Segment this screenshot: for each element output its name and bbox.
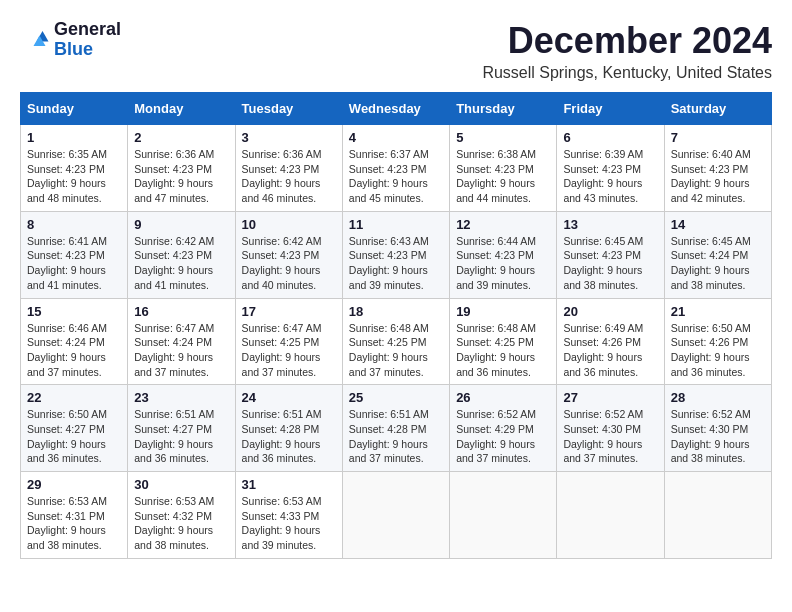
day-detail: Sunrise: 6:43 AMSunset: 4:23 PMDaylight:… — [349, 234, 443, 293]
day-number: 14 — [671, 217, 765, 232]
day-detail: Sunrise: 6:50 AMSunset: 4:27 PMDaylight:… — [27, 407, 121, 466]
header-monday: Monday — [128, 93, 235, 125]
day-detail: Sunrise: 6:50 AMSunset: 4:26 PMDaylight:… — [671, 321, 765, 380]
calendar-week-row: 1 Sunrise: 6:35 AMSunset: 4:23 PMDayligh… — [21, 125, 772, 212]
day-number: 12 — [456, 217, 550, 232]
day-detail: Sunrise: 6:52 AMSunset: 4:30 PMDaylight:… — [563, 407, 657, 466]
day-detail: Sunrise: 6:48 AMSunset: 4:25 PMDaylight:… — [349, 321, 443, 380]
calendar-cell: 29 Sunrise: 6:53 AMSunset: 4:31 PMDaylig… — [21, 472, 128, 559]
title-area: December 2024 Russell Springs, Kentucky,… — [482, 20, 772, 82]
day-detail: Sunrise: 6:53 AMSunset: 4:31 PMDaylight:… — [27, 494, 121, 553]
day-number: 21 — [671, 304, 765, 319]
day-number: 27 — [563, 390, 657, 405]
day-detail: Sunrise: 6:47 AMSunset: 4:25 PMDaylight:… — [242, 321, 336, 380]
calendar-cell — [342, 472, 449, 559]
calendar-cell: 24 Sunrise: 6:51 AMSunset: 4:28 PMDaylig… — [235, 385, 342, 472]
header-sunday: Sunday — [21, 93, 128, 125]
day-number: 28 — [671, 390, 765, 405]
day-number: 25 — [349, 390, 443, 405]
day-number: 26 — [456, 390, 550, 405]
logo-line2: Blue — [54, 40, 121, 60]
day-number: 13 — [563, 217, 657, 232]
calendar-cell: 26 Sunrise: 6:52 AMSunset: 4:29 PMDaylig… — [450, 385, 557, 472]
day-number: 23 — [134, 390, 228, 405]
calendar-cell: 30 Sunrise: 6:53 AMSunset: 4:32 PMDaylig… — [128, 472, 235, 559]
day-detail: Sunrise: 6:45 AMSunset: 4:24 PMDaylight:… — [671, 234, 765, 293]
calendar-cell: 22 Sunrise: 6:50 AMSunset: 4:27 PMDaylig… — [21, 385, 128, 472]
day-number: 9 — [134, 217, 228, 232]
day-detail: Sunrise: 6:52 AMSunset: 4:29 PMDaylight:… — [456, 407, 550, 466]
day-number: 16 — [134, 304, 228, 319]
calendar-cell: 1 Sunrise: 6:35 AMSunset: 4:23 PMDayligh… — [21, 125, 128, 212]
calendar-table: SundayMondayTuesdayWednesdayThursdayFrid… — [20, 92, 772, 559]
calendar-cell: 17 Sunrise: 6:47 AMSunset: 4:25 PMDaylig… — [235, 298, 342, 385]
day-detail: Sunrise: 6:42 AMSunset: 4:23 PMDaylight:… — [134, 234, 228, 293]
calendar-cell: 23 Sunrise: 6:51 AMSunset: 4:27 PMDaylig… — [128, 385, 235, 472]
logo-line1: General — [54, 20, 121, 40]
logo-icon — [20, 25, 50, 55]
calendar-cell: 2 Sunrise: 6:36 AMSunset: 4:23 PMDayligh… — [128, 125, 235, 212]
calendar-cell — [450, 472, 557, 559]
calendar-cell: 16 Sunrise: 6:47 AMSunset: 4:24 PMDaylig… — [128, 298, 235, 385]
day-detail: Sunrise: 6:52 AMSunset: 4:30 PMDaylight:… — [671, 407, 765, 466]
header-thursday: Thursday — [450, 93, 557, 125]
day-number: 6 — [563, 130, 657, 145]
day-number: 7 — [671, 130, 765, 145]
calendar-week-row: 8 Sunrise: 6:41 AMSunset: 4:23 PMDayligh… — [21, 211, 772, 298]
day-number: 10 — [242, 217, 336, 232]
calendar-cell: 7 Sunrise: 6:40 AMSunset: 4:23 PMDayligh… — [664, 125, 771, 212]
header: General Blue December 2024 Russell Sprin… — [20, 20, 772, 82]
calendar-cell: 5 Sunrise: 6:38 AMSunset: 4:23 PMDayligh… — [450, 125, 557, 212]
day-detail: Sunrise: 6:36 AMSunset: 4:23 PMDaylight:… — [242, 147, 336, 206]
calendar-cell: 8 Sunrise: 6:41 AMSunset: 4:23 PMDayligh… — [21, 211, 128, 298]
day-number: 11 — [349, 217, 443, 232]
calendar-header-row: SundayMondayTuesdayWednesdayThursdayFrid… — [21, 93, 772, 125]
calendar-cell: 25 Sunrise: 6:51 AMSunset: 4:28 PMDaylig… — [342, 385, 449, 472]
calendar-cell: 9 Sunrise: 6:42 AMSunset: 4:23 PMDayligh… — [128, 211, 235, 298]
day-detail: Sunrise: 6:53 AMSunset: 4:33 PMDaylight:… — [242, 494, 336, 553]
calendar-cell — [664, 472, 771, 559]
day-number: 5 — [456, 130, 550, 145]
day-detail: Sunrise: 6:39 AMSunset: 4:23 PMDaylight:… — [563, 147, 657, 206]
day-number: 20 — [563, 304, 657, 319]
day-number: 24 — [242, 390, 336, 405]
calendar-cell: 10 Sunrise: 6:42 AMSunset: 4:23 PMDaylig… — [235, 211, 342, 298]
day-number: 3 — [242, 130, 336, 145]
day-number: 2 — [134, 130, 228, 145]
header-saturday: Saturday — [664, 93, 771, 125]
calendar-cell: 20 Sunrise: 6:49 AMSunset: 4:26 PMDaylig… — [557, 298, 664, 385]
day-number: 18 — [349, 304, 443, 319]
day-detail: Sunrise: 6:51 AMSunset: 4:28 PMDaylight:… — [349, 407, 443, 466]
day-detail: Sunrise: 6:36 AMSunset: 4:23 PMDaylight:… — [134, 147, 228, 206]
day-detail: Sunrise: 6:45 AMSunset: 4:23 PMDaylight:… — [563, 234, 657, 293]
day-detail: Sunrise: 6:53 AMSunset: 4:32 PMDaylight:… — [134, 494, 228, 553]
calendar-cell: 15 Sunrise: 6:46 AMSunset: 4:24 PMDaylig… — [21, 298, 128, 385]
calendar-cell — [557, 472, 664, 559]
calendar-cell: 11 Sunrise: 6:43 AMSunset: 4:23 PMDaylig… — [342, 211, 449, 298]
calendar-week-row: 22 Sunrise: 6:50 AMSunset: 4:27 PMDaylig… — [21, 385, 772, 472]
calendar-subtitle: Russell Springs, Kentucky, United States — [482, 64, 772, 82]
day-number: 29 — [27, 477, 121, 492]
day-detail: Sunrise: 6:35 AMSunset: 4:23 PMDaylight:… — [27, 147, 121, 206]
header-friday: Friday — [557, 93, 664, 125]
calendar-cell: 27 Sunrise: 6:52 AMSunset: 4:30 PMDaylig… — [557, 385, 664, 472]
calendar-week-row: 29 Sunrise: 6:53 AMSunset: 4:31 PMDaylig… — [21, 472, 772, 559]
calendar-cell: 12 Sunrise: 6:44 AMSunset: 4:23 PMDaylig… — [450, 211, 557, 298]
calendar-cell: 19 Sunrise: 6:48 AMSunset: 4:25 PMDaylig… — [450, 298, 557, 385]
calendar-cell: 31 Sunrise: 6:53 AMSunset: 4:33 PMDaylig… — [235, 472, 342, 559]
calendar-cell: 28 Sunrise: 6:52 AMSunset: 4:30 PMDaylig… — [664, 385, 771, 472]
day-number: 8 — [27, 217, 121, 232]
day-number: 31 — [242, 477, 336, 492]
calendar-cell: 3 Sunrise: 6:36 AMSunset: 4:23 PMDayligh… — [235, 125, 342, 212]
day-detail: Sunrise: 6:44 AMSunset: 4:23 PMDaylight:… — [456, 234, 550, 293]
day-number: 17 — [242, 304, 336, 319]
calendar-cell: 6 Sunrise: 6:39 AMSunset: 4:23 PMDayligh… — [557, 125, 664, 212]
day-detail: Sunrise: 6:40 AMSunset: 4:23 PMDaylight:… — [671, 147, 765, 206]
day-detail: Sunrise: 6:42 AMSunset: 4:23 PMDaylight:… — [242, 234, 336, 293]
day-number: 30 — [134, 477, 228, 492]
calendar-cell: 18 Sunrise: 6:48 AMSunset: 4:25 PMDaylig… — [342, 298, 449, 385]
calendar-cell: 21 Sunrise: 6:50 AMSunset: 4:26 PMDaylig… — [664, 298, 771, 385]
day-number: 19 — [456, 304, 550, 319]
day-detail: Sunrise: 6:49 AMSunset: 4:26 PMDaylight:… — [563, 321, 657, 380]
day-detail: Sunrise: 6:38 AMSunset: 4:23 PMDaylight:… — [456, 147, 550, 206]
